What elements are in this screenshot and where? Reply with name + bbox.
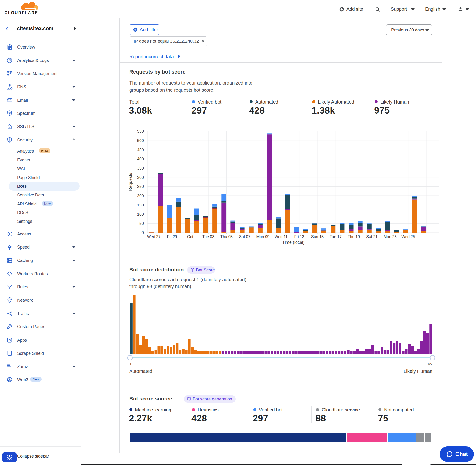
svg-text:200: 200 [137, 194, 144, 198]
svg-text:300: 300 [137, 175, 144, 180]
svg-text:0: 0 [142, 231, 144, 235]
svg-text:450: 450 [137, 148, 144, 152]
svg-text:Sat 07: Sat 07 [239, 234, 251, 239]
svg-text:150: 150 [137, 203, 144, 207]
svg-text:Sun 15: Sun 15 [311, 234, 324, 239]
svg-text:Oct: Oct [187, 234, 193, 239]
svg-text:350: 350 [137, 166, 144, 170]
svg-text:550: 550 [137, 129, 144, 134]
svg-text:Tue 03: Tue 03 [202, 234, 214, 239]
svg-text:Wed 27: Wed 27 [147, 234, 161, 239]
svg-text:50: 50 [139, 221, 144, 226]
svg-text:Fri 13: Fri 13 [294, 234, 304, 239]
svg-text:Mon 09: Mon 09 [256, 234, 269, 239]
svg-text:Sat 21: Sat 21 [366, 234, 378, 239]
svg-text:250: 250 [137, 184, 144, 189]
svg-text:Mon 23: Mon 23 [384, 234, 397, 239]
svg-text:Wed 25: Wed 25 [402, 234, 415, 239]
svg-text:Requests: Requests [128, 173, 133, 191]
svg-text:Thu 05: Thu 05 [221, 234, 233, 239]
svg-text:Time (local): Time (local) [282, 240, 304, 245]
svg-text:100: 100 [137, 212, 144, 217]
svg-text:400: 400 [137, 157, 144, 161]
svg-text:Wed 11: Wed 11 [275, 234, 288, 239]
svg-text:Tue 17: Tue 17 [329, 234, 342, 239]
svg-text:500: 500 [137, 138, 144, 143]
svg-text:Thu 19: Thu 19 [348, 234, 360, 239]
svg-text:Fri 29: Fri 29 [167, 234, 177, 239]
